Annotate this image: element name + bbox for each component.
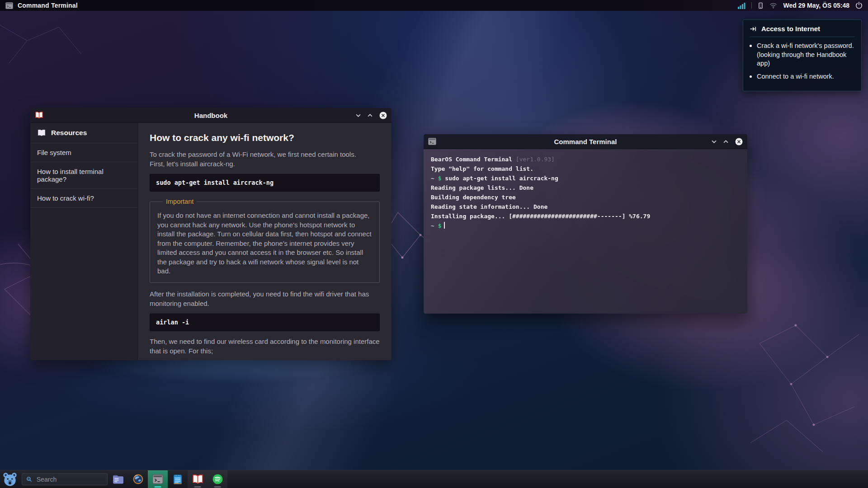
handbook-book-icon bbox=[35, 111, 43, 119]
clock[interactable]: Wed 29 May, ÖS 05:48 bbox=[783, 2, 849, 9]
task-list: Crack a wi-fi network's password. (looki… bbox=[750, 42, 855, 81]
terminal-window: Command Terminal BearOS Command Terminal… bbox=[424, 134, 747, 314]
maximize-icon[interactable] bbox=[723, 140, 728, 143]
maximize-icon[interactable] bbox=[368, 114, 373, 117]
screen: Command Terminal Wed bbox=[0, 0, 868, 488]
taskbar-item-files[interactable] bbox=[108, 470, 128, 488]
terminal-line: Type "help" for command list. bbox=[431, 164, 740, 174]
top-bar: Command Terminal Wed bbox=[0, 0, 868, 11]
goal-arrow-icon bbox=[750, 25, 757, 33]
close-icon[interactable] bbox=[379, 112, 387, 119]
article-paragraph: To crack the password of a Wi-Fi network… bbox=[150, 150, 380, 169]
sidebar-item-file-system[interactable]: File system bbox=[30, 143, 137, 162]
handbook-titlebar[interactable]: Handbook bbox=[30, 108, 392, 123]
terminal-progress-line: Installing package... [#################… bbox=[431, 211, 740, 221]
sidebar-item-install-terminal-package[interactable]: How to install terminal package? bbox=[30, 162, 137, 188]
taskbar bbox=[0, 470, 868, 488]
important-callout: Important If you do not have an internet… bbox=[150, 197, 380, 283]
terminal-line: Reading package lists... Done bbox=[431, 183, 740, 192]
search-input[interactable] bbox=[36, 475, 103, 483]
terminal-line: Reading state information... Done bbox=[431, 202, 740, 211]
network-signal-icon[interactable] bbox=[738, 2, 745, 9]
start-menu-button[interactable] bbox=[0, 470, 20, 488]
bullet-icon bbox=[750, 75, 752, 78]
callout-title: Important bbox=[163, 197, 197, 206]
phone-icon[interactable] bbox=[758, 2, 764, 9]
callout-text: If you do not have an internet connectio… bbox=[157, 211, 372, 276]
terminal-prompt: ~ $ bbox=[431, 221, 740, 230]
resources-book-icon bbox=[37, 129, 46, 137]
task-panel: Access to Internet Crack a wi-fi network… bbox=[743, 19, 862, 91]
browser-globe-icon bbox=[132, 474, 144, 485]
task-item: Crack a wi-fi network's password. (looki… bbox=[750, 42, 855, 68]
text-cursor bbox=[444, 222, 445, 229]
sidebar-header: Resources bbox=[30, 123, 137, 143]
close-icon[interactable] bbox=[735, 138, 743, 145]
minimize-icon[interactable] bbox=[356, 114, 361, 117]
article-paragraph: After the installation is completed, you… bbox=[150, 289, 380, 308]
music-app-icon bbox=[212, 474, 223, 485]
code-block-install: sudo apt-get install aircrack-ng bbox=[150, 174, 380, 192]
terminal-command-line: ~ $ sudo apt-get install aircrack-ng bbox=[431, 174, 740, 183]
article-paragraph: Then, we need to find our wireless card … bbox=[150, 337, 380, 356]
taskbar-item-terminal-active[interactable] bbox=[148, 470, 168, 488]
search-icon bbox=[26, 476, 32, 483]
handbook-book-icon bbox=[192, 474, 204, 485]
code-block-airlan: airlan -i bbox=[150, 314, 380, 331]
terminal-icon bbox=[152, 474, 163, 484]
taskbar-item-browser[interactable] bbox=[128, 470, 148, 488]
terminal-output-area[interactable]: BearOS Command Terminal [ver1.0.93] Type… bbox=[424, 149, 747, 314]
task-panel-title: Access to Internet bbox=[761, 25, 820, 33]
power-icon[interactable] bbox=[855, 2, 863, 9]
terminal-icon bbox=[428, 138, 436, 145]
taskbar-apps bbox=[108, 470, 227, 488]
taskbar-item-notepad[interactable] bbox=[168, 470, 188, 488]
taskbar-search[interactable] bbox=[22, 473, 108, 485]
handbook-content: How to crack any wi-fi network? To crack… bbox=[138, 123, 392, 360]
focused-app-title: Command Terminal bbox=[18, 2, 78, 9]
minimize-icon[interactable] bbox=[712, 140, 717, 143]
task-item: Connect to a wi-fi network. bbox=[750, 72, 855, 81]
sidebar-item-how-to-crack-wifi[interactable]: How to crack wi-fi? bbox=[30, 188, 137, 208]
handbook-window: Handbook bbox=[30, 108, 392, 360]
window-title: Command Terminal bbox=[424, 138, 747, 145]
tray-divider bbox=[751, 2, 752, 9]
bear-logo-icon bbox=[2, 472, 18, 487]
bullet-icon bbox=[750, 45, 752, 47]
terminal-icon bbox=[5, 2, 13, 9]
terminal-titlebar[interactable]: Command Terminal bbox=[424, 134, 747, 149]
terminal-line: Building dependency tree bbox=[431, 192, 740, 202]
window-title: Handbook bbox=[30, 112, 392, 119]
taskbar-item-handbook[interactable] bbox=[188, 470, 208, 488]
notepad-icon bbox=[173, 474, 183, 485]
terminal-banner: BearOS Command Terminal [ver1.0.93] bbox=[431, 155, 740, 164]
handbook-sidebar: Resources File system How to install ter… bbox=[30, 123, 138, 360]
wifi-icon[interactable] bbox=[769, 2, 777, 9]
article-heading: How to crack any wi-fi network? bbox=[150, 133, 380, 142]
file-manager-icon bbox=[113, 474, 124, 484]
taskbar-item-music[interactable] bbox=[208, 470, 227, 488]
